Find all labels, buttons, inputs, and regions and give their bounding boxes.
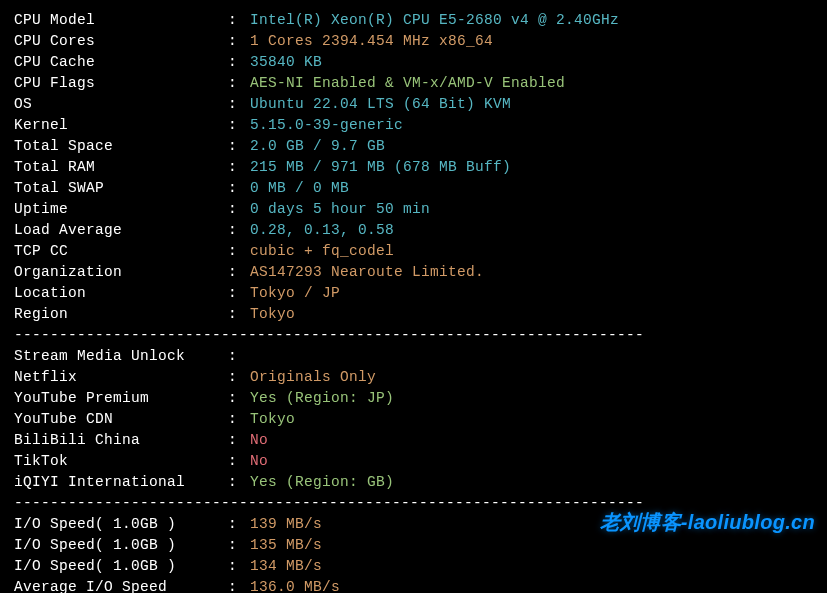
media-label: YouTube CDN	[14, 409, 228, 430]
sysinfo-row: Organization:AS147293 Nearoute Limited.	[14, 262, 813, 283]
sysinfo-label: Load Average	[14, 220, 228, 241]
media-label: YouTube Premium	[14, 388, 228, 409]
sysinfo-value: AS147293 Nearoute Limited.	[250, 262, 484, 283]
io-value: 136.0 MB/s	[250, 577, 340, 593]
sysinfo-row: CPU Flags:AES-NI Enabled & VM-x/AMD-V En…	[14, 73, 813, 94]
sysinfo-label: CPU Cache	[14, 52, 228, 73]
colon: :	[228, 178, 250, 199]
colon: :	[228, 388, 250, 409]
media-value: No	[250, 451, 268, 472]
sysinfo-value: 2.0 GB / 9.7 GB	[250, 136, 385, 157]
media-row: Netflix:Originals Only	[14, 367, 813, 388]
colon: :	[228, 94, 250, 115]
media-label: Netflix	[14, 367, 228, 388]
sysinfo-row: Uptime:0 days 5 hour 50 min	[14, 199, 813, 220]
sysinfo-row: Total RAM:215 MB / 971 MB (678 MB Buff)	[14, 157, 813, 178]
sysinfo-label: Location	[14, 283, 228, 304]
sysinfo-value: 0 days 5 hour 50 min	[250, 199, 430, 220]
sysinfo-label: Total Space	[14, 136, 228, 157]
io-value: 135 MB/s	[250, 535, 322, 556]
sysinfo-label: Uptime	[14, 199, 228, 220]
colon: :	[228, 535, 250, 556]
sysinfo-label: TCP CC	[14, 241, 228, 262]
io-row: I/O Speed( 1.0GB ):139 MB/s	[14, 514, 813, 535]
sysinfo-value: Tokyo / JP	[250, 283, 340, 304]
io-label: I/O Speed( 1.0GB )	[14, 514, 228, 535]
sysinfo-label: OS	[14, 94, 228, 115]
sysinfo-value: AES-NI Enabled & VM-x/AMD-V Enabled	[250, 73, 565, 94]
colon: :	[228, 367, 250, 388]
sysinfo-value: 5.15.0-39-generic	[250, 115, 403, 136]
colon: :	[228, 73, 250, 94]
sysinfo-value: Ubuntu 22.04 LTS (64 Bit) KVM	[250, 94, 511, 115]
divider: ----------------------------------------…	[14, 325, 813, 346]
media-label: TikTok	[14, 451, 228, 472]
io-value: 134 MB/s	[250, 556, 322, 577]
io-row: Average I/O Speed:136.0 MB/s	[14, 577, 813, 593]
sysinfo-row: TCP CC:cubic + fq_codel	[14, 241, 813, 262]
media-row: YouTube CDN:Tokyo	[14, 409, 813, 430]
sysinfo-label: Organization	[14, 262, 228, 283]
colon: :	[228, 262, 250, 283]
colon: :	[228, 241, 250, 262]
colon: :	[228, 10, 250, 31]
colon: :	[228, 157, 250, 178]
io-row: I/O Speed( 1.0GB ):135 MB/s	[14, 535, 813, 556]
colon: :	[228, 451, 250, 472]
sysinfo-row: CPU Model:Intel(R) Xeon(R) CPU E5-2680 v…	[14, 10, 813, 31]
system-info-section: CPU Model:Intel(R) Xeon(R) CPU E5-2680 v…	[14, 10, 813, 325]
colon: :	[228, 472, 250, 493]
stream-media-header-row: Stream Media Unlock :	[14, 346, 813, 367]
io-value: 139 MB/s	[250, 514, 322, 535]
sysinfo-value: 215 MB / 971 MB (678 MB Buff)	[250, 157, 511, 178]
sysinfo-label: CPU Model	[14, 10, 228, 31]
colon: :	[228, 283, 250, 304]
sysinfo-row: Kernel:5.15.0-39-generic	[14, 115, 813, 136]
sysinfo-row: Total SWAP:0 MB / 0 MB	[14, 178, 813, 199]
media-value: No	[250, 430, 268, 451]
colon: :	[228, 52, 250, 73]
colon: :	[228, 220, 250, 241]
colon: :	[228, 31, 250, 52]
colon: :	[228, 430, 250, 451]
io-label: I/O Speed( 1.0GB )	[14, 535, 228, 556]
media-row: BiliBili China:No	[14, 430, 813, 451]
media-label: BiliBili China	[14, 430, 228, 451]
sysinfo-value: cubic + fq_codel	[250, 241, 394, 262]
sysinfo-label: Kernel	[14, 115, 228, 136]
stream-media-header: Stream Media Unlock	[14, 346, 228, 367]
sysinfo-row: Load Average:0.28, 0.13, 0.58	[14, 220, 813, 241]
sysinfo-value: Intel(R) Xeon(R) CPU E5-2680 v4 @ 2.40GH…	[250, 10, 619, 31]
colon: :	[228, 304, 250, 325]
io-row: I/O Speed( 1.0GB ):134 MB/s	[14, 556, 813, 577]
media-value: Yes (Region: JP)	[250, 388, 394, 409]
colon: :	[228, 556, 250, 577]
sysinfo-label: Total SWAP	[14, 178, 228, 199]
io-label: I/O Speed( 1.0GB )	[14, 556, 228, 577]
colon: :	[228, 115, 250, 136]
media-row: TikTok:No	[14, 451, 813, 472]
sysinfo-value: Tokyo	[250, 304, 295, 325]
colon: :	[228, 346, 250, 367]
sysinfo-value: 0 MB / 0 MB	[250, 178, 349, 199]
sysinfo-row: CPU Cores:1 Cores 2394.454 MHz x86_64	[14, 31, 813, 52]
media-value: Originals Only	[250, 367, 376, 388]
sysinfo-label: Region	[14, 304, 228, 325]
sysinfo-label: CPU Cores	[14, 31, 228, 52]
sysinfo-row: OS:Ubuntu 22.04 LTS (64 Bit) KVM	[14, 94, 813, 115]
sysinfo-row: Location:Tokyo / JP	[14, 283, 813, 304]
colon: :	[228, 409, 250, 430]
sysinfo-value: 1 Cores 2394.454 MHz x86_64	[250, 31, 493, 52]
sysinfo-label: Total RAM	[14, 157, 228, 178]
sysinfo-row: Region:Tokyo	[14, 304, 813, 325]
io-speed-section: I/O Speed( 1.0GB ):139 MB/sI/O Speed( 1.…	[14, 514, 813, 593]
colon: :	[228, 199, 250, 220]
sysinfo-label: CPU Flags	[14, 73, 228, 94]
colon: :	[228, 514, 250, 535]
media-row: YouTube Premium:Yes (Region: JP)	[14, 388, 813, 409]
stream-media-section: Netflix:Originals OnlyYouTube Premium:Ye…	[14, 367, 813, 493]
sysinfo-value: 35840 KB	[250, 52, 322, 73]
sysinfo-row: Total Space:2.0 GB / 9.7 GB	[14, 136, 813, 157]
divider: ----------------------------------------…	[14, 493, 813, 514]
io-label: Average I/O Speed	[14, 577, 228, 593]
